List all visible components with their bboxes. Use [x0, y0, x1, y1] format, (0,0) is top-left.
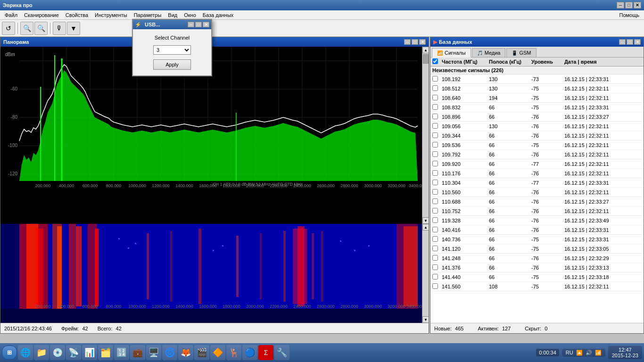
row-checkbox[interactable] — [432, 236, 442, 243]
taskbar-wrench[interactable]: 🔧 — [274, 345, 289, 360]
row-checkbox[interactable] — [432, 170, 442, 177]
zoom-out-btn[interactable]: 🔍 — [20, 22, 33, 35]
menu-help[interactable]: Помощь — [617, 11, 643, 19]
modal-maximize[interactable]: □ — [195, 22, 202, 27]
row-checkbox[interactable] — [432, 180, 442, 186]
taskbar-app5[interactable]: 🌀 — [162, 345, 177, 360]
select-all-checkbox[interactable] — [432, 58, 438, 64]
minimize-btn[interactable]: ─ — [617, 2, 624, 8]
taskbar-media[interactable]: 💿 — [50, 345, 65, 360]
taskbar-app3[interactable]: 💼 — [130, 345, 145, 360]
row-checkbox[interactable] — [432, 95, 442, 101]
row-level: -76 — [531, 255, 564, 261]
taskbar-app10[interactable]: 🔵 — [242, 345, 257, 360]
row-checkbox[interactable] — [432, 227, 442, 233]
th-datetime[interactable]: Дата | время — [564, 59, 642, 65]
menu-props[interactable]: Свойства — [63, 11, 91, 19]
db-minimize[interactable]: ─ — [619, 39, 626, 45]
taskbar-explorer[interactable]: 📁 — [34, 345, 49, 360]
row-frequency: 108.832 — [442, 105, 489, 110]
db-close[interactable]: ✕ — [634, 39, 641, 45]
refresh-btn[interactable]: ↺ — [2, 22, 15, 35]
row-checkbox[interactable] — [432, 104, 442, 111]
row-checkbox[interactable] — [432, 161, 442, 167]
panorama-maximize[interactable]: □ — [412, 39, 418, 45]
taskbar-sigma[interactable]: Σ — [258, 345, 273, 360]
th-level[interactable]: Уровень — [531, 59, 564, 65]
maximize-btn[interactable]: □ — [625, 2, 633, 8]
taskbar-app8[interactable]: 🔶 — [210, 345, 225, 360]
taskbar-network[interactable]: 📡 — [66, 345, 81, 360]
row-checkbox[interactable] — [432, 114, 442, 120]
db-maximize[interactable]: □ — [627, 39, 633, 45]
row-checkbox[interactable] — [432, 255, 442, 262]
taskbar-app6[interactable]: 🦊 — [178, 345, 193, 360]
menu-view[interactable]: Вид — [165, 11, 180, 19]
row-checkbox[interactable] — [432, 217, 442, 224]
close-btn[interactable]: ✕ — [634, 2, 641, 8]
modal-minimize[interactable]: ─ — [188, 22, 194, 27]
row-checkbox[interactable] — [432, 198, 442, 205]
scroll-up-btn[interactable]: ▲ — [422, 47, 429, 53]
taskbar-app4[interactable]: 🖥️ — [146, 345, 161, 360]
mic-btn[interactable]: 🎙 — [53, 22, 66, 35]
svg-text:3400.000: 3400.000 — [409, 183, 422, 188]
zoom-in-btn[interactable]: 🔍 — [34, 22, 48, 35]
row-checkbox[interactable] — [432, 246, 442, 252]
taskbar-calc[interactable]: 🔢 — [114, 345, 129, 360]
row-checkbox[interactable] — [432, 76, 442, 82]
row-checkbox[interactable] — [432, 123, 442, 130]
system-tray: RU 🔼 🔊 📶 — [562, 349, 605, 357]
row-checkbox[interactable] — [432, 264, 442, 271]
channel-select[interactable]: 1 2 3 4 5 — [153, 45, 191, 55]
menu-window[interactable]: Окно — [181, 11, 199, 19]
apply-button[interactable]: Apply — [153, 59, 191, 70]
taskbar-app2[interactable]: 🗂️ — [98, 345, 113, 360]
row-checkbox[interactable] — [432, 85, 442, 92]
menu-database[interactable]: База данных — [200, 11, 237, 19]
row-checkbox[interactable] — [432, 142, 442, 148]
svg-text:600.000: 600.000 — [83, 304, 98, 309]
start-button[interactable]: ⊞ — [2, 346, 17, 360]
scroll-down-btn[interactable]: ▼ — [422, 217, 429, 224]
row-checkbox[interactable] — [432, 151, 442, 158]
wf-scroll-up[interactable]: ▲ — [422, 224, 429, 230]
waterfall-scrollbar[interactable]: ▲ ▼ — [422, 224, 429, 323]
table-row: 109.792 66 -76 16.12.15 | 22:32:11 — [430, 150, 644, 159]
modal-close[interactable]: ✕ — [203, 22, 209, 27]
svg-text:3000.000: 3000.000 — [364, 304, 382, 309]
menu-tools[interactable]: Инструменты — [92, 11, 130, 19]
th-bandwidth[interactable]: Полоса (кГц) — [489, 59, 531, 65]
spectrum-scrollbar[interactable]: ▲ ▼ — [422, 47, 429, 224]
taskbar-app1[interactable]: 📊 — [82, 345, 97, 360]
svg-text:1600.000: 1600.000 — [199, 304, 217, 309]
table-body[interactable]: 108.192 130 -73 16.12.15 | 22:33:31 108.… — [430, 74, 644, 323]
taskbar-app7[interactable]: 🎬 — [194, 345, 209, 360]
panorama-close[interactable]: ✕ — [419, 39, 426, 45]
tab-media[interactable]: 🎵 Медиа — [472, 48, 506, 57]
row-checkbox[interactable] — [432, 189, 442, 196]
th-checkbox — [432, 58, 442, 65]
th-frequency[interactable]: Частота (МГц) — [442, 59, 489, 65]
menu-file[interactable]: Файл — [2, 11, 20, 19]
clock-area[interactable]: 12:47 2015-12-23 — [608, 346, 642, 359]
row-datetime: 16.12.15 | 22:33:49 — [564, 218, 642, 223]
row-checkbox[interactable] — [432, 208, 442, 214]
svg-text:1200.000: 1200.000 — [152, 304, 170, 309]
row-checkbox[interactable] — [432, 283, 442, 290]
taskbar-ie[interactable]: 🌐 — [18, 345, 33, 360]
row-datetime: 16.12.15 | 22:33:31 — [564, 105, 642, 110]
settings-btn[interactable]: ▼ — [67, 22, 80, 35]
panorama-minimize[interactable]: ─ — [404, 39, 411, 45]
table-row: 110.176 66 -76 16.12.15 | 22:32:11 — [430, 169, 644, 178]
menu-params[interactable]: Параметры — [131, 11, 165, 19]
tab-signals[interactable]: 📶 Сигналы — [432, 48, 471, 58]
scroll-thumb[interactable] — [423, 54, 429, 64]
taskbar-app9[interactable]: 🦌 — [226, 345, 241, 360]
wf-scroll-down[interactable]: ▼ — [422, 316, 429, 323]
row-checkbox[interactable] — [432, 274, 442, 280]
timestamp-label: 2015/12/16 22:43:46 — [4, 326, 52, 331]
menu-scan[interactable]: Сканирование — [21, 11, 62, 19]
tab-gsm[interactable]: 📱 GSM — [506, 48, 536, 57]
row-checkbox[interactable] — [432, 132, 442, 139]
